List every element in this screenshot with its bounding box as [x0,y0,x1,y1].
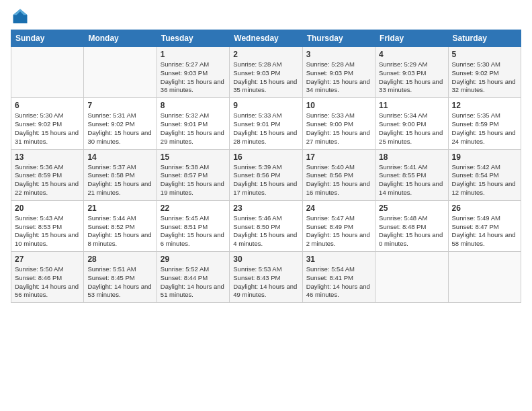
calendar-cell [84,47,157,98]
calendar-cell: 14Sunrise: 5:37 AM Sunset: 8:58 PM Dayli… [84,149,157,200]
day-info: Sunrise: 5:46 AM Sunset: 8:50 PM Dayligh… [233,214,298,248]
day-info: Sunrise: 5:49 AM Sunset: 8:47 PM Dayligh… [452,214,517,248]
calendar-cell: 28Sunrise: 5:51 AM Sunset: 8:45 PM Dayli… [84,252,157,303]
day-info: Sunrise: 5:53 AM Sunset: 8:43 PM Dayligh… [233,265,298,300]
calendar-cell: 21Sunrise: 5:44 AM Sunset: 8:52 PM Dayli… [84,200,157,251]
calendar-cell [11,47,84,98]
day-number: 29 [161,255,226,264]
day-info: Sunrise: 5:47 AM Sunset: 8:49 PM Dayligh… [306,214,371,248]
day-info: Sunrise: 5:36 AM Sunset: 8:59 PM Dayligh… [15,163,80,197]
header [11,7,521,26]
day-number: 11 [379,101,444,110]
calendar-cell: 18Sunrise: 5:41 AM Sunset: 8:55 PM Dayli… [375,149,448,200]
day-number: 9 [233,101,298,110]
day-info: Sunrise: 5:43 AM Sunset: 8:53 PM Dayligh… [15,214,80,248]
calendar-cell: 19Sunrise: 5:42 AM Sunset: 8:54 PM Dayli… [448,149,521,200]
day-info: Sunrise: 5:32 AM Sunset: 9:01 PM Dayligh… [161,111,226,146]
logo [11,7,32,26]
day-info: Sunrise: 5:29 AM Sunset: 9:03 PM Dayligh… [379,60,444,95]
calendar-cell: 6Sunrise: 5:30 AM Sunset: 9:02 PM Daylig… [11,98,84,149]
day-number: 16 [233,152,298,162]
day-info: Sunrise: 5:39 AM Sunset: 8:56 PM Dayligh… [233,163,298,197]
calendar-cell: 29Sunrise: 5:52 AM Sunset: 8:44 PM Dayli… [157,252,229,303]
weekday-saturday: Saturday [448,30,521,47]
calendar-cell: 27Sunrise: 5:50 AM Sunset: 8:46 PM Dayli… [11,252,84,303]
day-info: Sunrise: 5:34 AM Sunset: 9:00 PM Dayligh… [379,111,444,146]
day-number: 3 [306,50,371,59]
day-number: 17 [306,152,371,162]
weekday-tuesday: Tuesday [157,30,229,47]
calendar-cell: 4Sunrise: 5:29 AM Sunset: 9:03 PM Daylig… [375,47,448,98]
week-row-5: 27Sunrise: 5:50 AM Sunset: 8:46 PM Dayli… [11,252,521,303]
day-number: 25 [379,203,444,213]
calendar-cell: 22Sunrise: 5:45 AM Sunset: 8:51 PM Dayli… [157,200,229,251]
calendar-cell: 20Sunrise: 5:43 AM Sunset: 8:53 PM Dayli… [11,200,84,251]
day-info: Sunrise: 5:45 AM Sunset: 8:51 PM Dayligh… [161,214,226,248]
calendar-cell: 3Sunrise: 5:28 AM Sunset: 9:03 PM Daylig… [302,47,375,98]
day-number: 19 [452,152,517,162]
week-row-2: 6Sunrise: 5:30 AM Sunset: 9:02 PM Daylig… [11,98,521,149]
day-number: 12 [452,101,517,110]
day-number: 6 [15,101,80,110]
calendar-cell: 8Sunrise: 5:32 AM Sunset: 9:01 PM Daylig… [157,98,229,149]
day-number: 5 [452,50,517,59]
calendar-cell: 25Sunrise: 5:48 AM Sunset: 8:48 PM Dayli… [375,200,448,251]
weekday-thursday: Thursday [302,30,375,47]
calendar-cell: 23Sunrise: 5:46 AM Sunset: 8:50 PM Dayli… [230,200,302,251]
day-info: Sunrise: 5:31 AM Sunset: 9:02 PM Dayligh… [87,111,152,146]
week-row-4: 20Sunrise: 5:43 AM Sunset: 8:53 PM Dayli… [11,200,521,251]
week-row-1: 1Sunrise: 5:27 AM Sunset: 9:03 PM Daylig… [11,47,521,98]
day-info: Sunrise: 5:28 AM Sunset: 9:03 PM Dayligh… [233,60,298,95]
day-number: 14 [87,152,152,162]
day-info: Sunrise: 5:30 AM Sunset: 9:02 PM Dayligh… [452,60,517,95]
calendar-cell: 10Sunrise: 5:33 AM Sunset: 9:00 PM Dayli… [302,98,375,149]
day-info: Sunrise: 5:48 AM Sunset: 8:48 PM Dayligh… [379,214,444,248]
day-info: Sunrise: 5:52 AM Sunset: 8:44 PM Dayligh… [161,265,226,300]
calendar-cell: 16Sunrise: 5:39 AM Sunset: 8:56 PM Dayli… [230,149,302,200]
calendar-cell: 30Sunrise: 5:53 AM Sunset: 8:43 PM Dayli… [230,252,302,303]
day-info: Sunrise: 5:54 AM Sunset: 8:41 PM Dayligh… [306,265,371,300]
day-info: Sunrise: 5:50 AM Sunset: 8:46 PM Dayligh… [15,265,80,300]
day-number: 21 [87,203,152,213]
weekday-wednesday: Wednesday [230,30,302,47]
calendar-cell: 2Sunrise: 5:28 AM Sunset: 9:03 PM Daylig… [230,47,302,98]
day-number: 18 [379,152,444,162]
day-info: Sunrise: 5:41 AM Sunset: 8:55 PM Dayligh… [379,163,444,197]
calendar-table: SundayMondayTuesdayWednesdayThursdayFrid… [11,30,521,303]
day-info: Sunrise: 5:33 AM Sunset: 9:00 PM Dayligh… [306,111,371,146]
day-number: 8 [161,101,226,110]
day-number: 26 [452,203,517,213]
calendar-cell [375,252,448,303]
day-number: 2 [233,50,298,59]
day-info: Sunrise: 5:37 AM Sunset: 8:58 PM Dayligh… [87,163,152,197]
calendar-cell: 1Sunrise: 5:27 AM Sunset: 9:03 PM Daylig… [157,47,229,98]
week-row-3: 13Sunrise: 5:36 AM Sunset: 8:59 PM Dayli… [11,149,521,200]
day-info: Sunrise: 5:28 AM Sunset: 9:03 PM Dayligh… [306,60,371,95]
day-number: 23 [233,203,298,213]
day-info: Sunrise: 5:35 AM Sunset: 8:59 PM Dayligh… [452,111,517,146]
calendar-cell: 9Sunrise: 5:33 AM Sunset: 9:01 PM Daylig… [230,98,302,149]
day-number: 20 [15,203,80,213]
day-info: Sunrise: 5:33 AM Sunset: 9:01 PM Dayligh… [233,111,298,146]
day-info: Sunrise: 5:38 AM Sunset: 8:57 PM Dayligh… [161,163,226,197]
weekday-header-row: SundayMondayTuesdayWednesdayThursdayFrid… [11,30,521,47]
day-number: 4 [379,50,444,59]
day-info: Sunrise: 5:30 AM Sunset: 9:02 PM Dayligh… [15,111,80,146]
calendar-cell: 12Sunrise: 5:35 AM Sunset: 8:59 PM Dayli… [448,98,521,149]
logo-icon [11,7,30,26]
day-number: 7 [87,101,152,110]
calendar-cell: 24Sunrise: 5:47 AM Sunset: 8:49 PM Dayli… [302,200,375,251]
weekday-friday: Friday [375,30,448,47]
calendar-cell: 11Sunrise: 5:34 AM Sunset: 9:00 PM Dayli… [375,98,448,149]
day-info: Sunrise: 5:27 AM Sunset: 9:03 PM Dayligh… [161,60,226,95]
calendar-cell [448,252,521,303]
page: SundayMondayTuesdayWednesdayThursdayFrid… [0,0,532,411]
calendar-cell: 15Sunrise: 5:38 AM Sunset: 8:57 PM Dayli… [157,149,229,200]
calendar-cell: 26Sunrise: 5:49 AM Sunset: 8:47 PM Dayli… [448,200,521,251]
day-number: 13 [15,152,80,162]
day-number: 10 [306,101,371,110]
day-number: 27 [15,255,80,264]
day-number: 28 [87,255,152,264]
day-number: 15 [161,152,226,162]
day-info: Sunrise: 5:40 AM Sunset: 8:56 PM Dayligh… [306,163,371,197]
